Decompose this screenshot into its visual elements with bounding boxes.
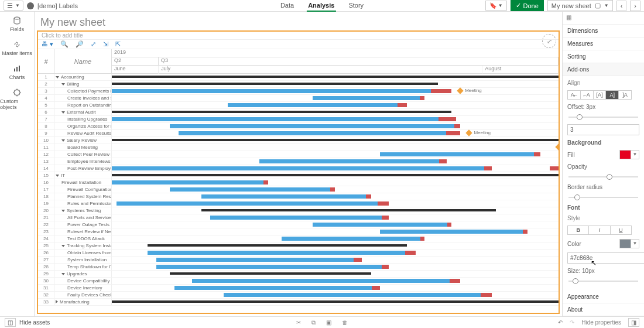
hide-properties-button[interactable]: Hide properties [581,319,621,326]
opacity-slider[interactable] [568,176,638,177]
summary-bar[interactable] [201,209,496,211]
fill-color-picker[interactable]: ▼ [619,150,639,159]
task-bar[interactable] [112,180,268,184]
task-bar[interactable] [550,166,559,170]
row-name[interactable]: Test DDOS Attack [54,235,112,242]
gantt-row[interactable]: 4Create Invoices and Send Invoices [38,95,559,102]
gantt-row[interactable]: 2Billing [38,81,559,88]
app-menu-button[interactable]: ☰ ▼ [4,1,23,11]
milestone-marker[interactable] [555,144,559,150]
summary-bar[interactable] [148,244,407,247]
row-name[interactable]: Device Compatibility Review [54,278,112,284]
summary-bar[interactable] [112,174,559,176]
task-bar[interactable] [112,89,451,93]
task-bar[interactable] [313,96,424,100]
gantt-row[interactable]: 30Device Compatibility Review [38,278,559,285]
gantt-row[interactable]: 20Systems Testing [38,207,559,214]
task-bar[interactable] [224,293,492,297]
expand-all-button[interactable]: ⇲ [103,40,108,48]
summary-bar[interactable] [112,300,559,303]
print-button[interactable]: 🖶 ▾ [42,40,53,48]
milestone-marker[interactable] [466,129,472,136]
task-bar[interactable] [148,251,416,255]
nav-story[interactable]: Story [347,0,365,12]
gantt-row[interactable]: 29Upgrades [38,271,559,278]
gantt-row[interactable]: 7Installing Upgrades [38,116,559,123]
row-name[interactable]: Systems Testing [54,207,112,214]
prev-sheet-button[interactable]: ‹ [616,1,627,11]
gantt-row[interactable]: 1Accounting [38,74,559,81]
row-name[interactable]: Firewall Installation [54,179,112,186]
summary-bar[interactable] [112,76,559,78]
gantt-row[interactable]: 22Power Outage Tests [38,221,559,228]
gantt-row[interactable]: 14Post-Review Employee Interviews [38,165,559,172]
task-bar[interactable] [156,258,362,262]
gantt-row[interactable]: 11Board MeetingMeeting [38,144,559,151]
row-name[interactable]: Review Audit Results [54,130,112,136]
row-name[interactable]: Obtain Licenses from the Vendor [54,250,112,256]
row-name[interactable]: Faulty Devices Check [54,292,112,298]
row-name[interactable]: Salary Review [54,137,112,144]
section-measures[interactable]: Measures [563,37,644,50]
row-name[interactable]: Ruleset Review if Needed [54,228,112,235]
task-bar[interactable] [170,124,460,128]
gantt-row[interactable]: 12Collect Peer Review Data [38,151,559,158]
row-name[interactable]: Billing [54,81,112,87]
gantt-row[interactable]: 17Firewall Configuration [38,186,559,193]
sidebar-item-charts[interactable]: Charts [9,64,25,80]
row-name[interactable]: Rules and Permissions Audit [54,200,112,207]
section-addons[interactable]: Add-ons [563,63,644,76]
row-name[interactable]: Collected Payments Review [54,88,112,94]
gantt-row[interactable]: 15IT [38,172,559,179]
row-name[interactable]: Installing Upgrades [54,116,112,122]
gantt-row[interactable]: 26Obtain Licenses from the Vendor [38,250,559,257]
sheet-selector[interactable]: My new sheet ▢ ▼ [547,0,613,11]
zoom-in-button[interactable]: 🔍 [60,40,68,48]
summary-bar[interactable] [112,139,559,141]
nav-analysis[interactable]: Analysis [307,0,335,12]
gantt-row[interactable]: 24Test DDOS Attack [38,235,559,242]
section-appearance[interactable]: Appearance [563,291,644,303]
task-bar[interactable] [117,201,389,206]
paste-button[interactable]: ▣ [326,319,331,326]
row-name[interactable]: External Audit [54,109,112,115]
section-dimensions[interactable]: Dimensions [563,25,644,37]
summary-bar[interactable] [170,272,371,275]
nav-data[interactable]: Data [279,0,295,12]
task-bar[interactable] [313,223,451,227]
task-bar[interactable] [192,279,460,283]
milestone-marker[interactable] [457,87,463,94]
toggle-assets-button[interactable]: ◫ [5,318,16,327]
align-start-option[interactable]: ⌐A [581,91,594,99]
sidebar-item-master[interactable]: Master items [2,40,32,56]
row-name[interactable]: System Installation [54,257,112,263]
hide-assets-button[interactable]: Hide assets [19,319,50,326]
section-about[interactable]: About [563,303,644,316]
gantt-row[interactable]: 9Review Audit ResultsMeeting [38,130,559,137]
font-style-segmented[interactable]: B I U [567,226,632,235]
gantt-row[interactable]: 23Ruleset Review if Needed [38,228,559,235]
row-name[interactable]: Device Inventory [54,285,112,291]
section-sorting[interactable]: Sorting [563,50,644,63]
task-bar[interactable] [112,166,492,170]
gantt-row[interactable]: 8Organize Access for External Firm [38,123,559,130]
fit-button[interactable]: ⤢ [91,40,96,48]
gantt-row[interactable]: 19Rules and Permissions Audit [38,200,559,207]
summary-bar[interactable] [112,83,438,85]
sidebar-item-custom[interactable]: Custom objects [0,88,34,110]
sidebar-item-fields[interactable]: Fields [10,16,24,32]
row-name[interactable]: Accounting [54,74,112,80]
copy-button[interactable]: ⧉ [311,319,316,326]
row-name[interactable]: Temp Shutdown for IT Audit [54,264,112,270]
align-center-option[interactable]: [A] [594,91,607,99]
task-bar[interactable] [259,159,447,163]
col-header-hash[interactable]: # [38,49,54,73]
cut-button[interactable]: ✂ [296,319,301,326]
row-name[interactable]: Upgrades [54,271,112,277]
task-bar[interactable] [170,187,335,192]
row-name[interactable]: Planned System Restart [54,193,112,200]
align-left-option[interactable]: A⌐ [568,91,581,99]
gantt-row[interactable]: 33Manufacturing [38,299,559,306]
undo-button[interactable]: ↶ [558,319,563,326]
table-view-button[interactable]: ▦ [563,12,644,25]
